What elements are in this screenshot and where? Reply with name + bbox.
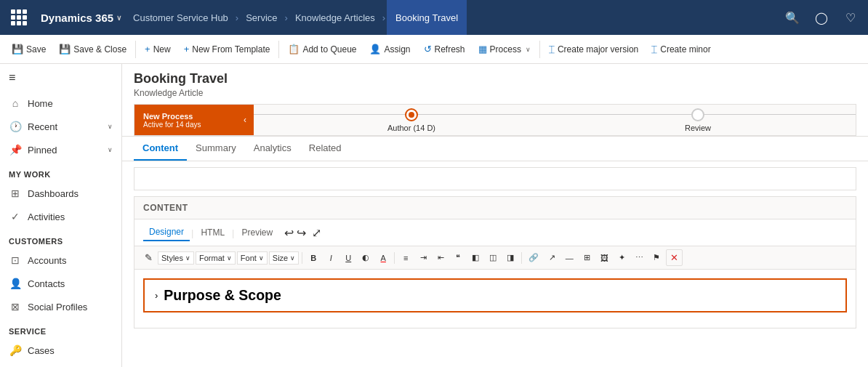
editor-tab-preview[interactable]: Preview (236, 225, 278, 241)
bold-button[interactable]: B (305, 251, 321, 265)
format-chevron: ∨ (227, 254, 232, 262)
save-button[interactable]: 💾 Save (6, 41, 52, 57)
process-stage-sub: Active for 14 days (143, 121, 228, 129)
sidebar-item-activities[interactable]: ✓ Activities (0, 205, 121, 228)
expand-button[interactable]: ⤢ (312, 226, 321, 240)
nav-sep-2: › (285, 12, 288, 23)
unlink-button[interactable]: ↗ (544, 251, 560, 265)
table-button[interactable]: ⊞ (579, 251, 595, 265)
title-input-row[interactable] (134, 167, 856, 190)
record-header: Booking Travel Knowledge Article New Pro… (122, 64, 868, 137)
format-select[interactable]: Format ∨ (196, 251, 236, 265)
sidebar-item-social-profiles[interactable]: ⊠ Social Profiles (0, 295, 121, 318)
pinned-icon: 📌 (9, 144, 22, 156)
purpose-arrow-icon: › (155, 290, 158, 301)
fontcolor-button[interactable]: A (375, 251, 391, 265)
font-select[interactable]: Font ∨ (237, 251, 268, 265)
eraser-button[interactable]: ✎ (140, 250, 156, 265)
new-from-template-button[interactable]: + New From Template (178, 41, 276, 57)
et-sep-2 (394, 252, 395, 264)
process-step-author[interactable]: Author (14 D) (268, 108, 555, 132)
editor-tab-sep-1: | (191, 227, 193, 238)
main-layout: ≡ ⌂ Home 🕐 Recent ∨ 📌 Pinned ∨ My Work ⊞… (0, 64, 868, 367)
align-center-button[interactable]: ◫ (485, 251, 501, 265)
waffle-menu[interactable] (7, 6, 31, 29)
dash-button[interactable]: — (561, 251, 577, 265)
sidebar-item-pinned[interactable]: 📌 Pinned ∨ (0, 138, 121, 161)
sidebar-item-dashboards[interactable]: ⊞ Dashboards (0, 182, 121, 205)
brand-link[interactable]: Dynamics 365 ∨ (35, 12, 127, 24)
sidebar-item-cases[interactable]: 🔑 Cases (0, 339, 121, 362)
search-icon[interactable]: 🔍 (782, 7, 803, 28)
tab-content[interactable]: Content (134, 137, 187, 161)
customers-section-label: Customers (0, 228, 121, 249)
process-step-review[interactable]: Review (555, 108, 841, 132)
process-steps: Author (14 D) Review (254, 105, 856, 135)
quote-button[interactable]: ❝ (450, 251, 466, 265)
indent-more-button[interactable]: ⇥ (415, 251, 431, 265)
record-title: Booking Travel (134, 71, 856, 86)
recent-chevron: ∨ (108, 123, 113, 130)
flag-button[interactable]: ⚑ (648, 251, 664, 265)
review-circle (691, 108, 704, 121)
image-button[interactable]: 🖼 (596, 251, 612, 265)
align-right-button[interactable]: ◨ (502, 251, 518, 265)
sidebar-item-home[interactable]: ⌂ Home (0, 92, 121, 115)
tab-summary[interactable]: Summary (187, 137, 245, 161)
social-profiles-icon: ⊠ (9, 301, 22, 312)
sidebar-item-contacts[interactable]: 👤 Contacts (0, 272, 121, 295)
et-sep-1 (302, 252, 302, 264)
nav-service[interactable]: Service (240, 12, 283, 23)
process-stage-active[interactable]: New Process Active for 14 days (134, 105, 236, 135)
sidebar-item-recent[interactable]: 🕐 Recent ∨ (0, 115, 121, 138)
service-section-label: Service (0, 318, 121, 339)
italic-button[interactable]: I (323, 251, 339, 265)
link-button[interactable]: 🔗 (525, 251, 542, 265)
add-to-queue-button[interactable]: 📋 Add to Queue (282, 41, 362, 57)
nav-customer-service-hub[interactable]: Customer Service Hub (127, 12, 234, 23)
save-close-button[interactable]: 💾 Save & Close (53, 41, 132, 57)
editor-tab-designer[interactable]: Designer (143, 224, 190, 241)
process-bar: New Process Active for 14 days ‹ Author … (134, 104, 856, 136)
tab-analytics[interactable]: Analytics (245, 137, 300, 161)
refresh-button[interactable]: ↺ Refresh (418, 41, 471, 57)
align-left-button[interactable]: ◧ (467, 251, 483, 265)
process-collapse-button[interactable]: ‹ (236, 105, 254, 135)
justify-button[interactable]: ≡ (398, 251, 414, 265)
nav-booking-travel[interactable]: Booking Travel (387, 0, 467, 35)
process-button[interactable]: ▦ Process ∨ (473, 41, 537, 57)
tab-related[interactable]: Related (300, 137, 350, 161)
special-char-button[interactable]: ✦ (614, 251, 630, 265)
pinned-chevron: ∨ (108, 146, 113, 153)
new-template-icon: + (184, 44, 190, 55)
size-select[interactable]: Size ∨ (269, 251, 299, 265)
sidebar-item-accounts[interactable]: ⊡ Accounts (0, 249, 121, 272)
help-icon[interactable]: ◯ (811, 7, 832, 28)
author-circle (405, 108, 418, 121)
underline-button[interactable]: U (340, 251, 356, 265)
my-work-section-label: My Work (0, 161, 121, 182)
purpose-scope-heading: Purpose & Scope (164, 287, 281, 304)
more-button[interactable]: ⋯ (631, 251, 647, 265)
undo-button[interactable]: ↩ (284, 226, 294, 240)
highlight-button[interactable]: ◐ (358, 251, 374, 265)
close-x-button[interactable]: ✕ (666, 249, 683, 266)
author-label: Author (14 D) (387, 124, 435, 132)
review-label: Review (685, 124, 711, 132)
redo-button[interactable]: ↪ (297, 226, 306, 240)
new-button[interactable]: + New (139, 41, 177, 57)
font-chevron: ∨ (259, 254, 264, 262)
create-major-button[interactable]: ⌶ Create major version (543, 41, 644, 57)
user-icon[interactable]: ♡ (840, 7, 861, 28)
editor-content[interactable]: › Purpose & Scope (134, 270, 856, 328)
hamburger-menu[interactable]: ≡ (0, 64, 121, 92)
assign-button[interactable]: 👤 Assign (363, 41, 416, 57)
nav-knowledge-articles[interactable]: Knowledge Articles (289, 12, 381, 23)
cases-icon: 🔑 (9, 344, 22, 356)
create-minor-button[interactable]: ⌶ Create minor (646, 41, 716, 57)
editor-tab-html[interactable]: HTML (195, 225, 230, 241)
indent-less-button[interactable]: ⇤ (433, 251, 449, 265)
styles-select[interactable]: Styles ∨ (158, 251, 194, 265)
brand-label: Dynamics 365 (41, 12, 113, 24)
brand-chevron: ∨ (116, 14, 121, 22)
